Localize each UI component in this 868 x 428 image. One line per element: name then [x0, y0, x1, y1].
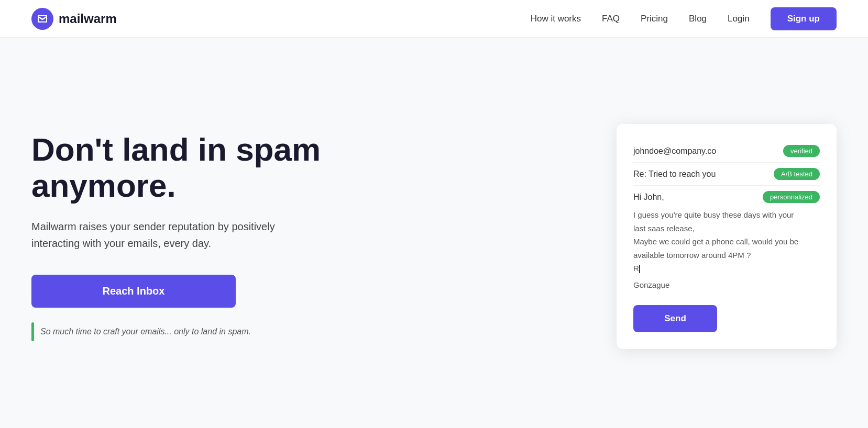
hero-left: Don't land in spam anymore. Mailwarm rai…: [31, 132, 388, 341]
send-button[interactable]: Send: [633, 305, 717, 332]
nav-link-how-it-works[interactable]: How it works: [531, 14, 581, 24]
ab-tested-badge: A/B tested: [774, 168, 820, 180]
email-address-row: johndoe@company.co verified: [633, 140, 820, 163]
body-line4: available tomorrow around 4PM ?: [633, 251, 751, 260]
cursor-char: R: [633, 264, 639, 273]
email-signature: Gonzague: [633, 280, 820, 300]
logo-link[interactable]: mailwarm: [31, 8, 117, 30]
hero-right: johndoe@company.co verified Re: Tried to…: [388, 124, 837, 349]
nav-link-blog[interactable]: Blog: [689, 14, 707, 24]
tagline: So much time to craft your emails... onl…: [31, 322, 388, 341]
logo-icon: [31, 8, 53, 30]
greeting-row: Hi John, personnalized: [633, 186, 820, 208]
reach-inbox-button[interactable]: Reach Inbox: [31, 275, 236, 308]
tagline-bar: [31, 322, 34, 341]
hero-subtitle: Mailwarm raises your sender reputation b…: [31, 218, 325, 252]
signature-text: Gonzague: [633, 280, 669, 289]
email-card: johndoe@company.co verified Re: Tried to…: [617, 124, 837, 349]
nav-link-pricing[interactable]: Pricing: [641, 14, 668, 24]
email-address: johndoe@company.co: [633, 147, 716, 156]
nav-link-login[interactable]: Login: [728, 14, 750, 24]
signup-button[interactable]: Sign up: [771, 7, 837, 30]
email-subject: Re: Tried to reach you: [633, 170, 716, 179]
body-line2: last saas release,: [633, 224, 695, 233]
body-line3: Maybe we could get a phone call, would y…: [633, 237, 798, 246]
verified-badge: verified: [783, 145, 820, 157]
personalized-badge: personnalized: [763, 191, 820, 203]
email-body: I guess you're quite busy these days wit…: [633, 208, 820, 280]
tagline-text: So much time to craft your emails... onl…: [40, 327, 251, 336]
hero-section: Don't land in spam anymore. Mailwarm rai…: [0, 38, 868, 425]
body-line1: I guess you're quite busy these days wit…: [633, 210, 794, 219]
hero-title: Don't land in spam anymore.: [31, 132, 388, 203]
navigation: mailwarm How it works FAQ Pricing Blog L…: [0, 0, 868, 38]
nav-links: How it works FAQ Pricing Blog Login Sign…: [531, 7, 837, 30]
nav-link-faq[interactable]: FAQ: [602, 14, 620, 24]
text-cursor: [639, 265, 640, 273]
logo-text: mailwarm: [59, 12, 117, 26]
email-greeting: Hi John,: [633, 193, 664, 202]
subject-row: Re: Tried to reach you A/B tested: [633, 163, 820, 186]
